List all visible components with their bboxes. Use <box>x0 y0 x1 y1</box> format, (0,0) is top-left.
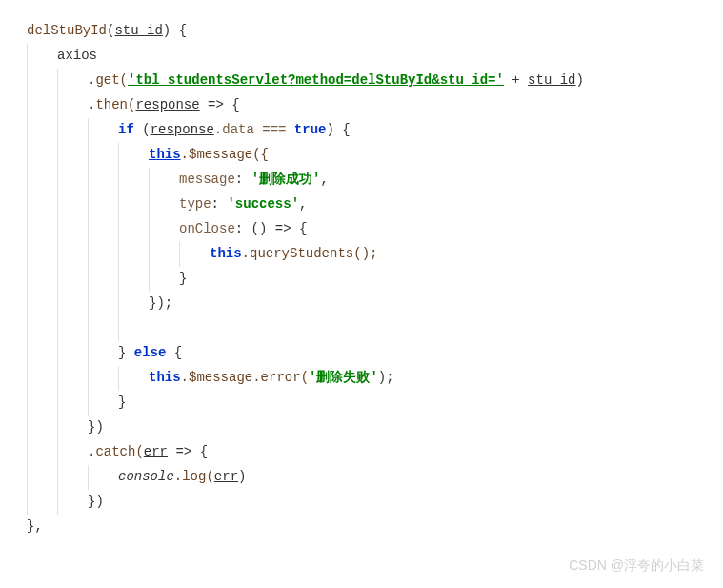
string-literal: '删除成功' <box>251 172 321 187</box>
code-line: .get('tbl_studentsServlet?method=delStuB… <box>19 69 723 93</box>
keyword-this: this <box>149 147 181 162</box>
code-line <box>19 316 723 341</box>
code-block: delStuById(stu_id) { axios .get('tbl_stu… <box>19 19 723 539</box>
code-line: } <box>19 267 723 292</box>
method-name: delStuById <box>27 23 107 38</box>
string-literal: '删除失败' <box>309 370 378 385</box>
watermark: CSDN @浮夸的小白菜 <box>569 554 704 578</box>
keyword-if: if <box>118 122 134 137</box>
code-line: } <box>19 391 723 416</box>
code-line: .then(response => { <box>19 93 723 118</box>
parameter: stu_id <box>114 23 162 38</box>
code-line: onClose: () => { <box>19 217 723 242</box>
string-literal: 'tbl_studentsServlet?method=delStuById&s… <box>128 72 504 88</box>
code-line: axios <box>19 44 723 69</box>
code-line: type: 'success', <box>19 193 723 217</box>
code-line: }); <box>19 292 723 316</box>
code-line: }) <box>19 416 723 440</box>
code-line: } else { <box>19 341 723 366</box>
code-line: this.queryStudents(); <box>19 242 723 267</box>
keyword-else: else <box>134 345 167 360</box>
code-line: }, <box>19 515 723 539</box>
code-line: }) <box>19 490 723 515</box>
code-line: this.$message({ <box>19 143 723 168</box>
code-line: .catch(err => { <box>19 440 723 465</box>
code-line: this.$message.error('删除失败'); <box>19 366 723 391</box>
code-line: message: '删除成功', <box>19 168 723 193</box>
code-line: if (response.data === true) { <box>19 118 723 143</box>
code-line: delStuById(stu_id) { <box>19 19 723 44</box>
code-line: console.log(err) <box>19 465 723 490</box>
string-literal: 'success' <box>227 196 299 212</box>
